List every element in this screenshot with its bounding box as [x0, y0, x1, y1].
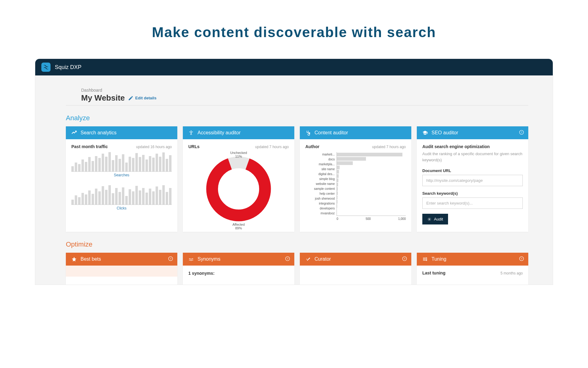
card-title: Search analytics	[81, 130, 116, 136]
content-area: Dashboard My Website Edit details Analyz…	[35, 75, 553, 285]
clicks-label: Clicks	[71, 206, 172, 210]
author-hbar-chart: marketi...docsmarketpla...site namedigit…	[305, 152, 406, 216]
breadcrumb[interactable]: Dashboard	[81, 88, 528, 93]
arrow-right-icon	[427, 217, 432, 221]
svg-text:?: ?	[521, 257, 522, 260]
card-title: Tuning	[432, 256, 446, 262]
edit-details-link[interactable]: Edit details	[128, 95, 156, 101]
search-analytics-card[interactable]: Search analytics Past month traffic upda…	[66, 126, 177, 232]
help-icon[interactable]: ?	[519, 256, 524, 262]
card-title: Accessibility auditor	[198, 130, 241, 136]
updated-label: updated 16 hours ago	[136, 145, 172, 149]
card-header: Content auditor	[300, 126, 411, 139]
synonyms-card[interactable]: Synonyms ? 1 synonyms:	[183, 253, 294, 285]
content-auditor-card[interactable]: Content auditor Author updated 7 hours a…	[300, 126, 411, 232]
titlebar: Squiz DXP	[35, 59, 553, 75]
card-header: Curator ?	[300, 253, 411, 266]
curator-card[interactable]: Curator ?	[300, 253, 411, 285]
svg-text:?: ?	[170, 257, 172, 260]
updated-label: updated 7 hours ago	[372, 145, 406, 149]
site-title: My Website	[81, 93, 125, 103]
accessibility-donut: Unchecked11% Affected89%	[202, 152, 275, 226]
card-title: Curator	[315, 256, 331, 262]
analyze-cards: Search analytics Past month traffic upda…	[66, 126, 528, 232]
pencil-icon	[128, 95, 134, 101]
clicks-sparkline	[71, 185, 172, 205]
searches-label: Searches	[71, 173, 172, 177]
card-subtitle: Past month traffic	[71, 144, 108, 149]
svg-text:?: ?	[521, 131, 522, 134]
card-header: Tuning ?	[417, 253, 528, 266]
audit-button-label: Audit	[434, 217, 443, 221]
accessibility-icon	[188, 130, 194, 136]
help-icon[interactable]: ?	[402, 256, 407, 262]
best-bets-card[interactable]: Best bets ?	[66, 253, 177, 285]
star-icon	[71, 256, 77, 262]
tuning-subtitle: Last tuning	[422, 270, 445, 275]
analyze-header: Analyze	[66, 114, 528, 122]
hbar-axis-ticks: 05001,000	[305, 217, 406, 220]
card-subtitle: URLs	[188, 144, 200, 149]
card-header: SEO auditor ?	[417, 126, 528, 139]
optimize-header: Optimize	[66, 240, 528, 248]
card-header: Synonyms ?	[183, 253, 294, 266]
wand-icon	[305, 256, 311, 262]
tuning-updated: 5 months ago	[500, 271, 523, 275]
document-url-input[interactable]	[422, 175, 523, 186]
seo-description: Audit the ranking of a specific document…	[422, 151, 523, 163]
divider	[66, 105, 528, 105]
svg-text:?: ?	[287, 257, 288, 260]
stethoscope-icon	[305, 130, 311, 136]
keywords-label: Search keyword(s)	[422, 191, 523, 196]
app-logo	[41, 63, 51, 72]
help-icon[interactable]: ?	[168, 256, 173, 262]
approx-icon	[188, 256, 194, 262]
card-subtitle: Audit search engine optimization	[422, 144, 523, 149]
card-header: Search analytics	[66, 126, 177, 139]
graduation-cap-icon	[422, 130, 428, 136]
help-icon[interactable]: ?	[519, 130, 524, 136]
synonyms-count: 1 synonyms:	[188, 271, 215, 276]
analytics-icon	[71, 130, 77, 136]
edit-details-label: Edit details	[135, 96, 156, 100]
card-subtitle: Author	[305, 144, 319, 149]
accessibility-card[interactable]: Accessibility auditor URLs updated 7 hou…	[183, 126, 294, 232]
help-icon[interactable]: ?	[285, 256, 290, 262]
app-window: Squiz DXP Dashboard My Website Edit deta…	[35, 59, 553, 285]
svg-point-0	[191, 131, 192, 132]
seo-card: SEO auditor ? Audit search engine optimi…	[417, 126, 528, 232]
card-title: Best bets	[81, 256, 101, 262]
sliders-icon	[422, 256, 428, 262]
card-header: Accessibility auditor	[183, 126, 294, 139]
audit-button[interactable]: Audit	[422, 214, 448, 224]
svg-point-2	[212, 163, 265, 216]
card-title: Content auditor	[315, 130, 348, 136]
donut-label-unchecked: Unchecked11%	[230, 151, 247, 158]
optimize-cards: Best bets ? Synonyms ? 1 synonyms: Curat…	[66, 253, 528, 285]
tuning-card[interactable]: Tuning ? Last tuning 5 months ago	[417, 253, 528, 285]
donut-label-affected: Affected89%	[232, 223, 245, 230]
updated-label: updated 7 hours ago	[255, 145, 289, 149]
card-title: Synonyms	[198, 256, 221, 262]
app-name: Squiz DXP	[55, 64, 81, 71]
url-label: Document URL	[422, 168, 523, 173]
card-title: SEO auditor	[432, 130, 458, 136]
svg-text:?: ?	[404, 257, 405, 260]
searches-sparkline	[71, 152, 172, 172]
page-title: Make content discoverable with search	[0, 0, 588, 59]
card-header: Best bets ?	[66, 253, 177, 266]
keywords-input[interactable]	[422, 197, 523, 209]
